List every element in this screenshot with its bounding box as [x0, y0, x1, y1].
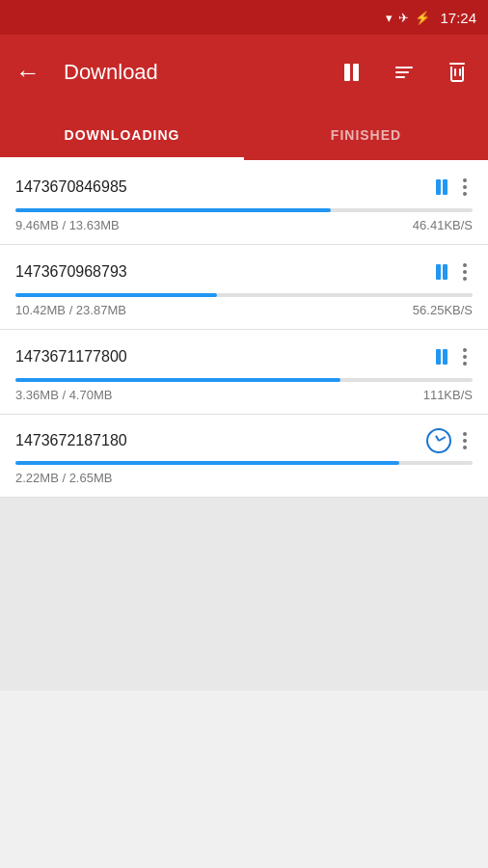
clock-minute-hand: [439, 436, 447, 442]
download-name: 1473671177800: [15, 348, 127, 366]
pause-all-icon: [344, 64, 359, 81]
pause-button[interactable]: [430, 174, 453, 201]
download-actions: [430, 343, 473, 370]
download-item: 1473670968793 10.42MB / 23.87MB 56.25KB/…: [0, 245, 488, 330]
progress-fill: [15, 208, 331, 212]
dot1: [463, 263, 467, 267]
more-button[interactable]: [457, 428, 473, 453]
download-item-header: 1473670846985: [15, 174, 473, 201]
download-item: 1473670846985 9.46MB / 13.63MB 46.41KB/S: [0, 160, 488, 245]
dot3: [463, 277, 467, 281]
toolbar-title: Download: [64, 60, 321, 85]
sort-button[interactable]: [382, 53, 426, 92]
toolbar: ← Download: [0, 35, 488, 110]
dot3: [463, 362, 467, 366]
download-actions: [426, 428, 473, 453]
download-name: 1473672187180: [15, 432, 127, 449]
more-button[interactable]: [457, 175, 473, 200]
download-speed: 46.41KB/S: [413, 218, 473, 232]
download-item-header: 1473671177800: [15, 343, 473, 370]
download-name: 1473670846985: [15, 178, 127, 196]
pause-all-button[interactable]: [337, 56, 366, 89]
download-size: 10.42MB / 23.87MB: [15, 303, 126, 317]
download-name: 1473670968793: [15, 263, 127, 281]
queue-button[interactable]: [426, 428, 451, 453]
dot1: [463, 432, 467, 436]
download-actions: [430, 174, 473, 201]
download-info: 9.46MB / 13.63MB 46.41KB/S: [15, 218, 473, 232]
download-speed: 56.25KB/S: [413, 303, 473, 317]
download-actions: [430, 258, 473, 285]
pause-button[interactable]: [430, 258, 453, 285]
progress-bar: [15, 378, 473, 382]
dot2: [463, 185, 467, 189]
download-list: 1473670846985 9.46MB / 13.63MB 46.41KB/S: [0, 160, 488, 498]
download-speed: 111KB/S: [423, 388, 473, 402]
progress-bar: [15, 208, 473, 212]
pause-icon-bar2: [443, 264, 447, 280]
download-item: 1473671177800 3.36MB / 4.70MB 111KB/S: [0, 330, 488, 415]
dot2: [463, 270, 467, 274]
download-info: 2.22MB / 2.65MB: [15, 471, 473, 485]
download-size: 9.46MB / 13.63MB: [15, 218, 120, 232]
empty-area: [0, 498, 488, 691]
dot3: [463, 446, 467, 449]
status-time: 17:24: [440, 10, 476, 26]
more-button[interactable]: [457, 344, 473, 369]
progress-fill: [15, 378, 340, 382]
progress-fill: [15, 293, 217, 297]
delete-all-button[interactable]: [442, 55, 473, 90]
download-item-header: 1473672187180: [15, 428, 473, 453]
download-size: 3.36MB / 4.70MB: [15, 388, 112, 402]
sort-icon: [390, 61, 419, 84]
delete-icon: [449, 63, 465, 82]
progress-fill: [15, 461, 399, 465]
download-size: 2.22MB / 2.65MB: [15, 471, 112, 485]
dot1: [463, 178, 467, 182]
tab-finished[interactable]: FINISHED: [244, 110, 488, 160]
download-item-header: 1473670968793: [15, 258, 473, 285]
pause-icon-bar1: [436, 349, 441, 365]
battery-icon: ⚡: [415, 11, 430, 25]
airplane-icon: ✈: [398, 11, 409, 25]
pause-icon-bar1: [436, 264, 441, 280]
back-button[interactable]: ←: [15, 58, 41, 88]
status-icons: ▾ ✈ ⚡ 17:24: [386, 10, 476, 26]
dot3: [463, 192, 467, 196]
pause-icon-bar2: [443, 179, 447, 195]
status-bar: ▾ ✈ ⚡ 17:24: [0, 0, 488, 35]
dot1: [463, 348, 467, 352]
wifi-icon: ▾: [386, 11, 393, 25]
dot2: [463, 355, 467, 359]
pause-button[interactable]: [430, 343, 453, 370]
pause-icon-bar1: [436, 179, 441, 195]
tab-downloading[interactable]: DOWNLOADING: [0, 110, 244, 160]
progress-bar: [15, 461, 473, 465]
tabs-container: DOWNLOADING FINISHED: [0, 110, 488, 160]
dot2: [463, 439, 467, 443]
download-info: 10.42MB / 23.87MB 56.25KB/S: [15, 303, 473, 317]
download-item: 1473672187180 2.22MB / 2.65MB: [0, 415, 488, 498]
pause-icon-bar2: [443, 349, 447, 365]
more-button[interactable]: [457, 259, 473, 285]
download-info: 3.36MB / 4.70MB 111KB/S: [15, 388, 473, 402]
progress-bar: [15, 293, 473, 297]
